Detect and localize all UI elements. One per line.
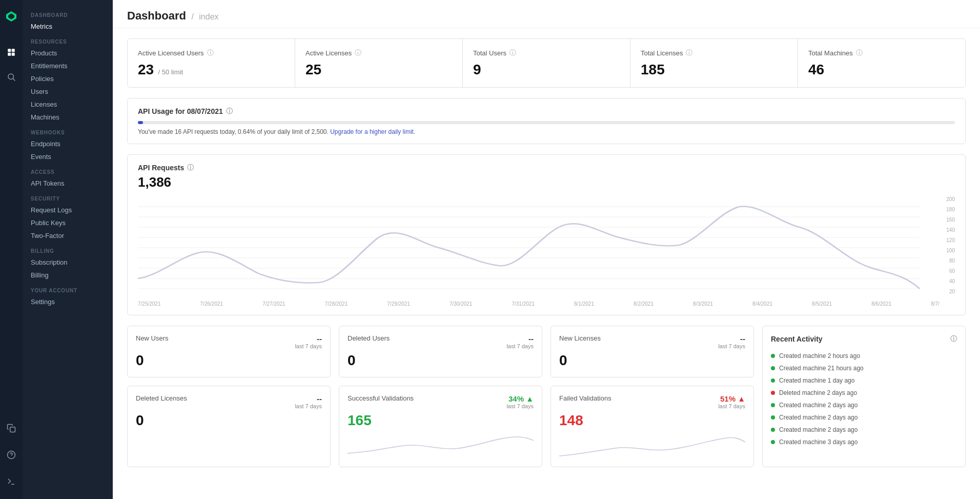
sidebar-item-metrics[interactable]: Metrics <box>23 20 113 33</box>
metric-sub-0: / 50 limit <box>158 68 183 76</box>
metric-title-2: Total Users <box>473 49 506 57</box>
sidebar-item-two-factor[interactable]: Two-Factor <box>23 229 113 242</box>
x-label-6: 7/31/2021 <box>512 301 535 307</box>
metric-active-licenses: Active Licenses ⓘ 25 <box>295 39 463 87</box>
x-label-5: 7/30/2021 <box>450 301 473 307</box>
x-label-12: 8/6/2021 <box>871 301 891 307</box>
y-label-80: 80 <box>940 258 955 264</box>
nav-icon-search[interactable] <box>4 70 18 84</box>
metric-value-2: 9 <box>473 62 481 77</box>
nav-icon-dashboard[interactable] <box>4 45 18 59</box>
metric-value-4: 46 <box>808 62 824 77</box>
metric-title-3: Total Licenses <box>641 49 683 57</box>
sidebar-item-api-tokens[interactable]: API Tokens <box>23 177 113 190</box>
stat-card-new-licenses: New Licenses -- last 7 days 0 <box>550 326 754 377</box>
activity-dot-2 <box>771 378 775 383</box>
info-icon-2[interactable]: ⓘ <box>509 48 516 57</box>
sidebar-item-licenses[interactable]: Licenses <box>23 98 113 111</box>
section-label-access: ACCESS <box>23 163 113 177</box>
activity-item-3: Deleted machine 2 days ago <box>771 387 957 399</box>
recent-activity-title: Recent Activity <box>771 335 823 343</box>
sidebar-item-subscription[interactable]: Subscription <box>23 256 113 269</box>
api-upgrade-link[interactable]: Upgrade for a higher daily limit. <box>330 128 415 135</box>
sidebar-item-endpoints[interactable]: Endpoints <box>23 137 113 150</box>
stat-title-successful-validations: Successful Validations <box>348 394 414 402</box>
section-security: SECURITY Request Logs Public Keys Two-Fa… <box>23 190 113 242</box>
stat-period-new-licenses: -- last 7 days <box>718 334 745 349</box>
stat-title-new-licenses: New Licenses <box>559 334 601 342</box>
metric-total-machines: Total Machines ⓘ 46 <box>798 39 965 87</box>
metric-title-0: Active Licensed Users <box>138 49 204 57</box>
stat-value-successful-validations: 165 <box>348 412 534 429</box>
sidebar: DASHBOARD Metrics RESOURCES Products Ent… <box>0 0 113 499</box>
activity-text-2: Created machine 1 day ago <box>779 377 854 384</box>
sidebar-icon-rail <box>0 0 23 499</box>
nav-icon-copy[interactable] <box>4 421 18 435</box>
api-progress-fill <box>138 121 143 124</box>
bottom-stats-grid: New Users -- last 7 days 0 Deleted Users… <box>127 326 966 467</box>
svg-rect-4 <box>8 53 11 56</box>
sidebar-item-billing[interactable]: Billing <box>23 269 113 282</box>
dashboard-content: Active Licensed Users ⓘ 23 / 50 limit Ac… <box>113 28 980 499</box>
y-label-20: 20 <box>940 289 955 294</box>
x-label-8: 8/2/2021 <box>634 301 654 307</box>
sidebar-item-settings[interactable]: Settings <box>23 295 113 308</box>
stat-period-new-users: -- last 7 days <box>295 334 322 349</box>
sidebar-item-users[interactable]: Users <box>23 85 113 98</box>
sidebar-item-products[interactable]: Products <box>23 47 113 59</box>
svg-rect-8 <box>10 427 15 432</box>
sidebar-item-request-logs[interactable]: Request Logs <box>23 204 113 216</box>
sidebar-item-public-keys[interactable]: Public Keys <box>23 216 113 229</box>
info-icon-0[interactable]: ⓘ <box>207 48 214 57</box>
recent-activity-card: Recent Activity ⓘ Created machine 2 hour… <box>762 326 966 467</box>
section-dashboard: DASHBOARD Metrics <box>23 6 113 33</box>
stat-title-deleted-licenses: Deleted Licenses <box>136 394 187 402</box>
main-content-area: Dashboard / index Active Licensed Users … <box>113 0 980 499</box>
svg-point-6 <box>8 74 14 79</box>
info-icon-1[interactable]: ⓘ <box>355 48 361 57</box>
stat-period-deleted-users: -- last 7 days <box>506 334 534 349</box>
chart-y-axis: 200 180 160 140 120 100 80 60 40 20 <box>940 196 955 299</box>
page-title: Dashboard <box>127 9 186 22</box>
chart-title-text: API Requests <box>138 164 184 172</box>
activity-dot-5 <box>771 415 775 420</box>
nav-icon-terminal[interactable] <box>4 474 18 489</box>
stat-period-failed-validations: 51% ▲ last 7 days <box>718 394 745 409</box>
section-billing: BILLING Subscription Billing <box>23 242 113 282</box>
stat-title-failed-validations: Failed Validations <box>559 394 611 402</box>
recent-activity-info-icon[interactable]: ⓘ <box>950 334 957 344</box>
stat-value-new-licenses: 0 <box>559 352 745 369</box>
sidebar-item-policies[interactable]: Policies <box>23 72 113 85</box>
activity-item-0: Created machine 2 hours ago <box>771 350 957 362</box>
info-icon-3[interactable]: ⓘ <box>686 48 692 57</box>
chart-info-icon[interactable]: ⓘ <box>187 163 194 172</box>
x-label-13: 8/7/ <box>931 301 940 307</box>
section-label-dashboard: DASHBOARD <box>23 6 113 20</box>
sidebar-item-machines[interactable]: Machines <box>23 111 113 124</box>
section-resources: RESOURCES Products Entitlements Policies… <box>23 33 113 124</box>
x-label-11: 8/5/2021 <box>812 301 832 307</box>
breadcrumb-index: index <box>199 12 218 21</box>
activity-dot-4 <box>771 403 775 407</box>
api-requests-chart <box>138 196 940 299</box>
y-label-180: 180 <box>940 207 955 212</box>
stat-title-deleted-users: Deleted Users <box>348 334 390 342</box>
x-label-3: 7/28/2021 <box>325 301 348 307</box>
stat-mini-chart-successful-validations <box>348 433 534 458</box>
x-label-1: 7/26/2021 <box>200 301 223 307</box>
metric-title-4: Total Machines <box>808 49 853 57</box>
activity-item-6: Created machine 2 days ago <box>771 424 957 436</box>
activity-dot-7 <box>771 440 775 444</box>
metric-active-licensed-users: Active Licensed Users ⓘ 23 / 50 limit <box>128 39 295 87</box>
metric-title-1: Active Licenses <box>305 49 352 57</box>
sidebar-navigation: DASHBOARD Metrics RESOURCES Products Ent… <box>23 0 113 499</box>
stat-title-new-users: New Users <box>136 334 169 342</box>
info-icon-4[interactable]: ⓘ <box>856 48 863 57</box>
metric-value-3: 185 <box>641 62 665 77</box>
sidebar-item-entitlements[interactable]: Entitlements <box>23 59 113 72</box>
nav-icon-help[interactable] <box>4 448 18 462</box>
y-label-140: 140 <box>940 227 955 233</box>
sidebar-item-events[interactable]: Events <box>23 150 113 163</box>
api-usage-info-icon[interactable]: ⓘ <box>226 107 233 116</box>
activity-item-2: Created machine 1 day ago <box>771 374 957 387</box>
